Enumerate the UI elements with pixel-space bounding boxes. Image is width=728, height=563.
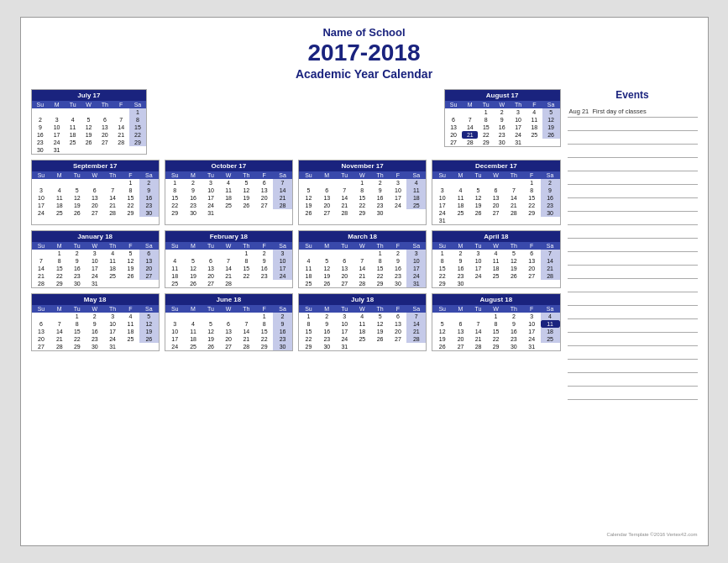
cal-day: 27 <box>318 209 336 217</box>
cal-day: 18 <box>406 194 426 202</box>
cal-day <box>50 313 68 320</box>
cal-day: 20 <box>202 272 219 280</box>
cal-day: 26 <box>432 343 452 350</box>
cal-day <box>406 209 426 217</box>
cal-day-header: F <box>255 305 273 313</box>
cal-day: 2 <box>139 179 159 187</box>
cal-day-header: Su <box>165 171 185 179</box>
cal-day-header: Sa <box>541 305 560 313</box>
cal-day: 11 <box>103 257 122 265</box>
cal-day-header: Th <box>237 305 255 313</box>
cal-day-header: Sa <box>406 305 426 313</box>
cal-day: 13 <box>97 124 113 131</box>
event-item <box>568 198 698 212</box>
cal-day-header: F <box>122 242 139 250</box>
cal-day: 27 <box>202 280 219 287</box>
cal-day: 10 <box>432 194 452 202</box>
cal-day: 12 <box>505 257 523 265</box>
cal-day <box>336 250 354 257</box>
cal-day: 25 <box>165 280 185 287</box>
cal-day: 17 <box>432 202 452 209</box>
cal-day: 19 <box>202 335 219 343</box>
cal-day: 2 <box>68 250 86 257</box>
cal-day: 26 <box>505 272 523 280</box>
cal-day: 15 <box>487 328 505 335</box>
cal-day: 1 <box>432 250 452 257</box>
cal-day: 21 <box>469 335 487 343</box>
cal-day: 8 <box>354 187 371 194</box>
cal-day: 13 <box>487 194 505 202</box>
cal-day-header: Sa <box>541 171 560 179</box>
cal-day <box>371 343 390 350</box>
event-date: Aug 21 <box>569 108 593 115</box>
cal-day: 26 <box>371 335 390 343</box>
cal-day: 15 <box>165 194 185 202</box>
cal-day: 14 <box>336 194 354 202</box>
cal-day: 3 <box>336 313 354 320</box>
academic-label: Academic Year Calendar <box>31 67 698 81</box>
cal-day: 3 <box>432 187 452 194</box>
cal-day: 5 <box>299 187 318 194</box>
event-text: First day of classes <box>593 108 647 115</box>
cal-day-header: Tu <box>202 171 219 179</box>
cal-day: 24 <box>103 335 122 343</box>
cal-day: 21 <box>50 335 68 343</box>
cal-day <box>32 250 51 257</box>
cal-day-header: M <box>452 242 469 250</box>
cal-day: 28 <box>462 139 478 146</box>
cal-day: 24 <box>202 202 219 209</box>
cal-day: 16 <box>139 194 159 202</box>
cal-day: 23 <box>371 202 390 209</box>
cal-day: 7 <box>336 187 354 194</box>
cal-day <box>139 280 159 287</box>
cal-day: 14 <box>32 265 51 272</box>
cal-day: 14 <box>354 265 371 272</box>
cal-day: 5 <box>505 250 523 257</box>
cal-day <box>65 146 81 154</box>
cal-day: 4 <box>406 179 426 187</box>
cal-day: 26 <box>139 335 159 343</box>
cal-day: 13 <box>255 187 273 194</box>
cal-day: 2 <box>86 313 103 320</box>
cal-day: 28 <box>273 202 292 209</box>
cal-day-header: Su <box>445 101 463 108</box>
cal-day: 25 <box>220 202 238 209</box>
cal-day: 3 <box>510 108 526 116</box>
cal-day: 18 <box>50 202 68 209</box>
cal-day: 12 <box>371 320 390 328</box>
cal-day-header: F <box>113 101 129 108</box>
cal-day-header: W <box>354 305 371 313</box>
cal-day-header: W <box>86 242 103 250</box>
cal-day-header: Tu <box>65 101 81 108</box>
cal-day <box>49 108 65 116</box>
cal-day: 18 <box>526 124 542 131</box>
cal-day <box>318 179 336 187</box>
cal-day: 15 <box>354 194 371 202</box>
cal-day: 19 <box>371 328 390 335</box>
cal-day-header: Tu <box>202 305 219 313</box>
cal-day: 28 <box>505 209 523 217</box>
cal-day: 20 <box>452 335 469 343</box>
cal-day <box>255 280 273 287</box>
cal-day: 28 <box>237 343 255 350</box>
cal-day: 24 <box>406 272 426 280</box>
cal-day <box>139 343 159 350</box>
cal-day: 17 <box>390 194 407 202</box>
cal-day: 25 <box>541 335 560 343</box>
cal-day <box>273 209 292 217</box>
cal-day: 11 <box>122 320 139 328</box>
mini-calendar: September 17SuMTuWThFSa12345678910111213… <box>31 160 160 225</box>
cal-day: 13 <box>390 320 407 328</box>
cal-day <box>452 217 469 224</box>
cal-day: 15 <box>122 194 139 202</box>
cal-day-header: F <box>122 171 139 179</box>
event-item <box>568 292 698 306</box>
cal-day: 17 <box>202 194 219 202</box>
cal-day-header: Sa <box>406 171 426 179</box>
cal-day: 23 <box>318 335 336 343</box>
cal-day-header: F <box>523 171 541 179</box>
cal-day-header: Th <box>103 242 122 250</box>
cal-day: 6 <box>523 250 541 257</box>
cal-day: 4 <box>526 108 542 116</box>
cal-day <box>299 250 318 257</box>
